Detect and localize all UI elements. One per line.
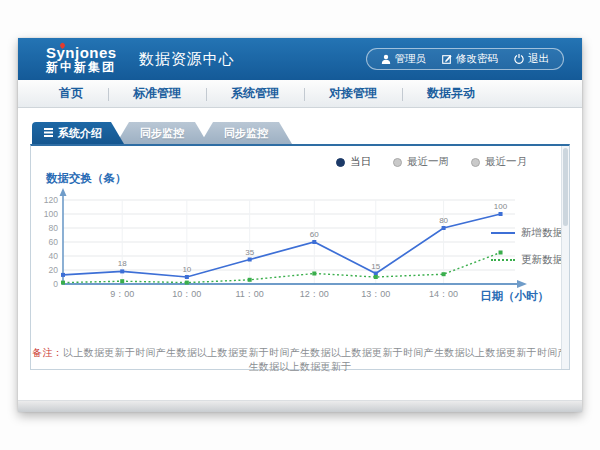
legend-item-new-data[interactable]: 新增数据: [491, 226, 571, 240]
x-axis-title: 日期（小时）: [480, 289, 549, 304]
footer-note: 备注：以上数据更新于时间产生数据以上数据更新于时间产生数据以上数据更新于时间产生…: [31, 346, 569, 374]
user-menu: 管理员 修改密码 退出: [366, 48, 565, 70]
brand-name: Synjones: [46, 45, 117, 61]
page-title: 数据资源中心: [139, 50, 235, 69]
nav-item-system-mgmt[interactable]: 系统管理: [206, 85, 304, 102]
radio-last-week[interactable]: 最近一周: [393, 155, 449, 169]
note-label: 备注：: [32, 347, 63, 358]
legend-line-dotted: [491, 259, 515, 261]
logout-button[interactable]: 退出: [514, 52, 549, 66]
nav-item-interface-mgmt[interactable]: 对接管理: [304, 85, 402, 102]
chart-panel: 当日 最近一周 最近一月 数据交换（条） 0204060801001209：00…: [30, 144, 570, 370]
svg-text:60: 60: [310, 230, 319, 239]
legend-line-solid: [491, 232, 515, 234]
svg-text:11：00: 11：00: [235, 289, 263, 299]
page: Synjones 新中新集团 数据资源中心 管理员 修改密码 退出: [0, 0, 600, 450]
svg-text:60: 60: [49, 237, 59, 247]
radio-today[interactable]: 当日: [336, 155, 371, 169]
radio-dot: [393, 158, 402, 167]
nav-item-data-change[interactable]: 数据异动: [402, 85, 500, 102]
app-window: Synjones 新中新集团 数据资源中心 管理员 修改密码 退出: [18, 38, 582, 412]
svg-text:35: 35: [245, 248, 254, 257]
svg-text:20: 20: [49, 265, 59, 275]
chart-legend: 新增数据 更新数据: [491, 226, 571, 280]
svg-text:100: 100: [44, 209, 58, 219]
edit-icon: [442, 54, 452, 64]
svg-text:15: 15: [371, 262, 380, 271]
radio-last-month[interactable]: 最近一月: [471, 155, 527, 169]
legend-item-updated-data[interactable]: 更新数据: [491, 253, 571, 267]
change-password-button[interactable]: 修改密码: [442, 52, 498, 66]
svg-text:18: 18: [118, 259, 127, 268]
nav-item-standard-mgmt[interactable]: 标准管理: [108, 85, 206, 102]
svg-text:0: 0: [53, 279, 58, 289]
y-axis-title: 数据交换（条）: [46, 171, 127, 186]
svg-text:80: 80: [49, 223, 59, 233]
power-icon: [514, 54, 524, 64]
note-text: 以上数据更新于时间产生数据以上数据更新于时间产生数据以上数据更新于时间产生数据以…: [63, 347, 568, 372]
user-icon: [381, 54, 391, 64]
svg-text:13：00: 13：00: [361, 289, 390, 299]
app-header: Synjones 新中新集团 数据资源中心 管理员 修改密码 退出: [18, 38, 582, 80]
nav-item-home[interactable]: 首页: [34, 85, 108, 102]
list-icon: [44, 127, 53, 139]
line-chart: 0204060801001209：0010：0011：0012：0013：001…: [37, 186, 529, 310]
admin-user-button[interactable]: 管理员: [381, 52, 427, 66]
tab-sync-monitor-1[interactable]: 同步监控: [116, 122, 208, 144]
svg-text:80: 80: [439, 216, 448, 225]
tab-sync-monitor-2[interactable]: 同步监控: [200, 122, 292, 144]
svg-text:10：00: 10：00: [172, 289, 201, 299]
scrollbar-thumb[interactable]: [563, 148, 568, 226]
logo[interactable]: Synjones 新中新集团: [46, 45, 117, 73]
svg-text:100: 100: [494, 202, 508, 211]
range-selector: 当日 最近一周 最近一月: [336, 155, 527, 169]
svg-text:120: 120: [44, 195, 58, 205]
content-area: 系统介绍 同步监控 同步监控 当日 最近一周: [18, 108, 582, 400]
svg-text:12：00: 12：00: [300, 289, 329, 299]
brand-chinese-name: 新中新集团: [46, 61, 117, 74]
tab-bar: 系统介绍 同步监控 同步监控: [32, 122, 570, 144]
svg-text:10: 10: [182, 265, 191, 274]
app-footer-strip: [18, 400, 582, 412]
panel-scrollbar[interactable]: [561, 146, 569, 369]
svg-text:9：00: 9：00: [110, 289, 134, 299]
svg-text:40: 40: [49, 251, 59, 261]
main-nav: 首页 标准管理 系统管理 对接管理 数据异动: [18, 80, 582, 108]
svg-text:14：00: 14：00: [429, 289, 458, 299]
tab-system-intro[interactable]: 系统介绍: [32, 122, 124, 144]
radio-dot: [471, 158, 480, 167]
radio-dot: [336, 158, 345, 167]
